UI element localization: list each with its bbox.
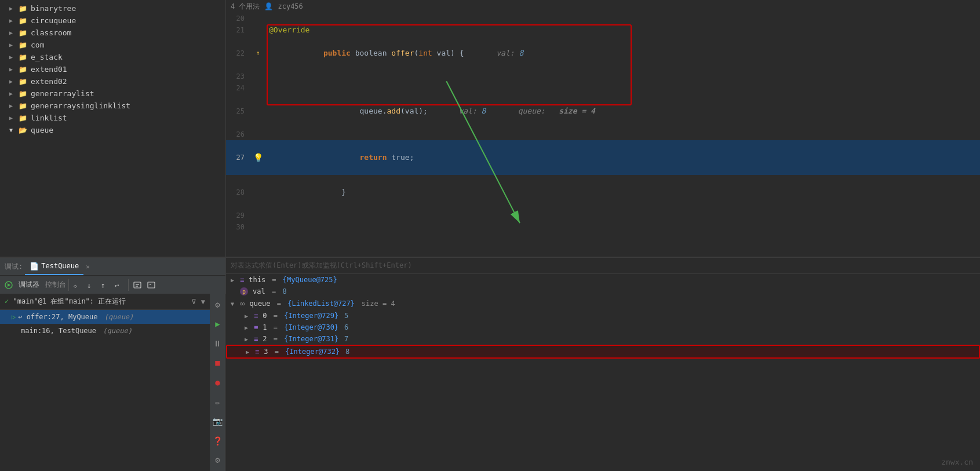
sidebar-item-label: binarytree — [31, 4, 76, 13]
watch-button[interactable] — [145, 279, 158, 291]
run-to-cursor-button[interactable]: ↩ — [113, 279, 126, 291]
pause-icon[interactable]: ⏸ — [211, 337, 224, 350]
folder-icon: 📁 — [19, 114, 27, 122]
frame-item-offer[interactable]: ▷ ↩ offer:27, MyQueue (queue) — [0, 310, 210, 324]
sidebar-item-queue[interactable]: ▼ 📂 queue — [0, 124, 225, 136]
debug-main-content: ✓ "main"@1 在组"main": 正在运行 ⊽ ▼ ▷ ↩ offer:… — [0, 294, 225, 471]
sidebar-item-label: com — [31, 41, 44, 49]
thread-status-text: ✓ "main"@1 在组"main": 正在运行 — [5, 297, 126, 306]
frame-item-main[interactable]: main:16, TestQueue (queue) — [0, 324, 210, 338]
settings-icon[interactable]: ⚙ — [211, 298, 224, 311]
sidebar-item-circuqueue[interactable]: ▶ 📁 circuqueue — [0, 14, 225, 27]
svg-rect-9 — [148, 282, 155, 288]
code-line-29: 29 — [226, 210, 980, 221]
var-queue[interactable]: ▼ ∞ queue = {LinkedList@727} size = 4 — [226, 297, 980, 310]
sidebar-item-label: classroom — [31, 28, 71, 37]
var-val[interactable]: ▶ p val = 8 — [226, 286, 980, 297]
debugger-label: 调试器 — [19, 280, 39, 290]
folder-icon: 📁 — [19, 65, 27, 74]
sidebar-item-label: extend02 — [31, 77, 67, 86]
code-line-21: 21 @Override — [226, 24, 980, 36]
expand-icon[interactable]: ▶ — [245, 336, 252, 342]
sidebar-item-com[interactable]: ▶ 📁 com — [0, 39, 225, 51]
expand-arrow: ▶ — [9, 103, 16, 109]
debug-tab-testqueue[interactable]: 📄 TestQueue — [25, 258, 83, 275]
folder-open-icon: 📂 — [19, 126, 27, 134]
sidebar-item-extend01[interactable]: ▶ 📁 extend01 — [0, 63, 225, 75]
stop-icon[interactable]: ■ — [211, 357, 224, 370]
code-line-26: 26 — [226, 129, 980, 140]
code-lines: 20 21 @Override 22 ↑ public boolean offe… — [226, 13, 980, 233]
var-this[interactable]: ▶ ≡ this = {MyQueue@725} — [226, 274, 980, 286]
var-queue-2[interactable]: ▶ ≡ 2 = {Integer@731} 7 — [226, 333, 980, 345]
gear-icon[interactable]: ⚙ — [211, 454, 224, 467]
step-over-button[interactable]: ⬦ — [71, 279, 84, 291]
code-line-25: 25 queue.add(val); val: 8 queue: size = … — [226, 94, 980, 129]
code-line-24: 24 — [226, 82, 980, 94]
var-queue-1[interactable]: ▶ ≡ 1 = {Integer@730} 6 — [226, 322, 980, 333]
debug-bottom-panel: 调试: 📄 TestQueue ✕ 调试器 控制台 ⬦ ↓ ↑ — [0, 257, 225, 471]
bulb-icon[interactable]: 💡 — [253, 152, 263, 163]
var-num-7: 7 — [344, 335, 348, 343]
svg-text:↩: ↩ — [115, 282, 119, 290]
var-icon-list: ≡ — [255, 348, 259, 356]
resume-button[interactable] — [2, 279, 15, 291]
filter-icon[interactable]: ⊽ — [191, 298, 196, 306]
user-icon: 👤 — [264, 2, 273, 10]
toolbar-separator — [68, 279, 69, 291]
sidebar-item-generarraylist[interactable]: ▶ 📁 generarraylist — [0, 87, 225, 100]
code-editor: 4 个用法 👤 zcy456 20 21 @Override — [226, 0, 980, 257]
var-num-5: 5 — [344, 312, 348, 320]
expand-arrow: ▶ — [9, 54, 16, 60]
expand-icon[interactable]: ▼ — [231, 301, 238, 307]
expand-icon[interactable]: ▶ — [245, 313, 252, 319]
right-panel: 4 个用法 👤 zcy456 20 21 @Override — [226, 0, 980, 471]
evaluate-button[interactable] — [131, 279, 144, 291]
play-icon[interactable]: ▶ — [211, 318, 224, 331]
var-icon-list: ≡ — [254, 312, 258, 320]
expand-arrow: ▶ — [9, 66, 16, 72]
sidebar-item-extend02[interactable]: ▶ 📁 extend02 — [0, 75, 225, 87]
folder-icon: 📁 — [19, 17, 27, 25]
sidebar-item-e-stack[interactable]: ▶ 📁 e_stack — [0, 51, 225, 63]
dropdown-icon[interactable]: ▼ — [201, 298, 205, 306]
folder-icon: 📁 — [19, 53, 27, 61]
sidebar-item-label: queue — [31, 126, 53, 134]
expand-arrow: ▶ — [9, 30, 16, 36]
sidebar-item-generarraysinglinklist[interactable]: ▶ 📁 generarraysinglinklist — [0, 100, 225, 112]
step-out-button[interactable]: ↑ — [99, 279, 112, 291]
var-queue-3[interactable]: ▶ ≡ 3 = {Integer@732} 8 — [226, 345, 980, 359]
debug-vars-section: 对表达式求值(Enter)或添加监视(Ctrl+Shift+Enter) ▶ ≡… — [226, 257, 980, 471]
folder-icon: 📁 — [19, 41, 27, 49]
svg-text:↑: ↑ — [101, 281, 105, 290]
folder-icon: 📁 — [19, 29, 27, 37]
var-num-8: 8 — [345, 348, 349, 356]
expand-icon[interactable]: ▶ — [231, 277, 238, 283]
vars-expression-bar: 对表达式求值(Enter)或添加监视(Ctrl+Shift+Enter) — [226, 258, 980, 274]
edit-icon[interactable]: ✏ — [211, 396, 224, 408]
code-meta-bar: 4 个用法 👤 zcy456 — [226, 0, 980, 13]
sidebar-item-classroom[interactable]: ▶ 📁 classroom — [0, 27, 225, 39]
tab-close-icon[interactable]: ✕ — [86, 263, 90, 271]
expand-arrow: ▶ — [9, 5, 16, 12]
debug-tab-label: TestQueue — [41, 262, 79, 270]
expand-icon[interactable]: ▶ — [246, 349, 253, 355]
debug-toolbar-row: 调试器 控制台 ⬦ ↓ ↑ ↩ — [0, 275, 225, 294]
step-into-button[interactable]: ↓ — [85, 279, 98, 291]
restart-icon[interactable]: ● — [211, 376, 224, 389]
expand-icon[interactable]: ▶ — [245, 324, 252, 331]
sidebar-item-linklist[interactable]: ▶ 📁 linklist — [0, 112, 225, 124]
debug-frames-panel: ✓ "main"@1 在组"main": 正在运行 ⊽ ▼ ▷ ↩ offer:… — [0, 294, 210, 471]
camera-icon[interactable]: 📷 — [211, 415, 224, 428]
var-icon-list: ≡ — [254, 323, 258, 331]
var-queue-0[interactable]: ▶ ≡ 0 = {Integer@729} 5 — [226, 310, 980, 322]
code-line-27: 27 💡 return true; — [226, 140, 980, 175]
debug-vars-panel: ▶ ≡ this = {MyQueue@725} ▶ p val = 8 ▼ ∞… — [226, 274, 980, 471]
sidebar-item-binarytree[interactable]: ▶ 📁 binarytree — [0, 2, 225, 14]
sidebar-item-label: circuqueue — [31, 16, 76, 25]
sidebar-item-label: generarraylist — [31, 89, 94, 98]
username: zcy456 — [278, 2, 303, 10]
help-icon[interactable]: ❓ — [211, 435, 224, 447]
expand-arrow: ▶ — [9, 78, 16, 85]
expand-arrow: ▶ — [9, 90, 16, 97]
